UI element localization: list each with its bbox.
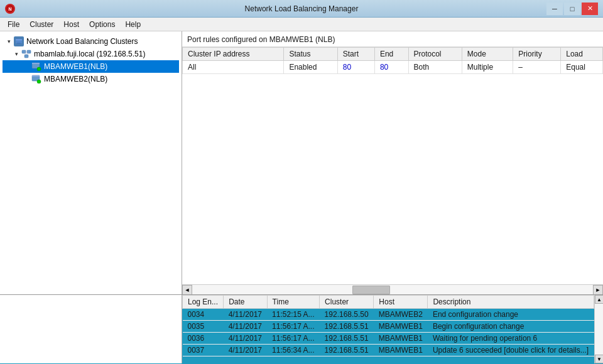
svg-rect-4 [16,40,22,40]
log-row[interactable]: 00344/11/201711:52:15 A...192.168.5.50MB… [183,309,594,321]
log-row[interactable]: 00364/11/201711:56:17 A...192.168.5.51MB… [183,333,594,345]
log-col-date: Date [224,296,267,309]
root-label: Network Load Balancing Clusters [26,37,138,46]
svg-point-15 [37,80,41,83]
tree-item-server2[interactable]: MBAMWEB2(NLB) [3,73,179,85]
cluster-label: mbamlab.fuji.local (192.168.5.51) [34,50,145,58]
title-bar-left: N [5,4,15,14]
h-scroll-track[interactable] [192,285,593,295]
h-scroll-right-btn[interactable]: ► [593,285,603,295]
col-priority: Priority [513,48,561,61]
table-cell: Both [408,61,462,74]
expand-icon-server2 [23,75,30,83]
expand-icon-cluster: ▾ [13,50,20,58]
server2-label: MBAMWEB2(NLB) [44,75,107,83]
table-cell: All [183,61,284,74]
log-cell: End configuration change [428,309,594,321]
log-cell: 11:56:34 A... [267,345,320,356]
svg-rect-6 [27,50,31,53]
content-area: ▾ Network Load Balancing Clusters [0,31,603,294]
bottom-right: Log En... Date Time Cluster Host Descrip… [182,295,603,363]
left-panel: ▾ Network Load Balancing Clusters [0,31,182,294]
h-scrollbar[interactable]: ◄ ► [182,284,603,294]
svg-rect-11 [32,63,40,64]
log-cell: MBAMWEB1 [374,345,428,356]
h-scroll-thumb[interactable] [352,286,390,294]
right-header-text: Port rules configured on MBAMWEB1 (NLB) [187,35,335,44]
menu-file[interactable]: File [3,19,24,30]
bottom-left [0,295,182,363]
vscroll-up-btn[interactable]: ▲ [595,295,603,304]
col-load: Load [561,48,603,61]
log-cell: 4/11/2017 [224,321,267,333]
server1-label: MBAMWEB1(NLB) [44,62,107,71]
right-header: Port rules configured on MBAMWEB1 (NLB) [182,31,603,47]
log-cell: 192.168.5.51 [320,345,374,356]
log-cell: 11:56:17 A... [267,333,320,345]
table-cell: Multiple [462,61,513,74]
log-scroll-container[interactable]: Log En... Date Time Cluster Host Descrip… [182,295,594,363]
log-cell: 192.168.5.50 [320,309,374,321]
table-cell: – [513,61,561,74]
root-icon [14,36,24,46]
col-cluster-ip: Cluster IP address [183,48,284,61]
menu-cluster[interactable]: Cluster [24,19,58,30]
vscroll-down-btn[interactable]: ▼ [595,355,603,363]
maximize-button[interactable]: □ [564,3,580,15]
expand-icon-root: ▾ [5,38,13,45]
tree-item-cluster[interactable]: ▾ mbamlab.fuji.local (192.168.5.51) [3,48,179,60]
log-vscroll[interactable]: ▲ ▼ [594,295,603,363]
log-row[interactable]: 00374/11/201711:56:34 A...192.168.5.51MB… [183,345,594,356]
log-cell: Waiting for pending operation 6 [428,333,594,345]
col-end: End [374,48,408,61]
log-col-cluster: Cluster [320,296,374,309]
log-cell: 11:56:17 A... [267,321,320,333]
log-cell: 4/11/2017 [224,333,267,345]
menu-bar: File Cluster Host Options Help [0,18,603,31]
log-table: Log En... Date Time Cluster Host Descrip… [182,295,594,356]
log-cell: 4/11/2017 [224,345,267,356]
table-cell: Enabled [284,61,337,74]
h-scroll-left-btn[interactable]: ◄ [182,285,192,295]
log-cell: 0034 [183,309,224,321]
tree-item-root[interactable]: ▾ Network Load Balancing Clusters [3,35,179,48]
log-cell: MBAMWEB1 [374,333,428,345]
svg-rect-5 [22,50,26,53]
menu-host[interactable]: Host [58,19,84,30]
server2-icon [31,74,41,84]
main-container: ▾ Network Load Balancing Clusters [0,31,603,363]
svg-rect-3 [17,43,21,44]
svg-rect-14 [32,75,40,77]
svg-text:N: N [8,7,11,11]
log-cell: Update 6 succeeded [double click for det… [428,345,594,356]
window-controls: ─ □ ✕ [546,3,598,15]
tree-item-server1[interactable]: MBAMWEB1(NLB) [3,60,179,73]
col-mode: Mode [462,48,513,61]
menu-help[interactable]: Help [120,19,146,30]
svg-point-12 [37,67,41,71]
log-cell: 192.168.5.51 [320,333,374,345]
expand-icon-server1 [23,63,30,70]
col-protocol: Protocol [408,48,462,61]
table-container[interactable]: Cluster IP address Status Start End Prot… [182,47,603,284]
cluster-icon [21,49,31,59]
table-row[interactable]: AllEnabled8080BothMultiple–Equal [183,61,603,74]
log-cell: 192.168.5.51 [320,321,374,333]
close-button[interactable]: ✕ [582,3,598,15]
svg-rect-7 [24,55,28,58]
log-cell: MBAMWEB2 [374,309,428,321]
log-cell: 0036 [183,333,224,345]
minimize-button[interactable]: ─ [546,3,563,15]
table-cell: 80 [374,61,408,74]
vscroll-track [595,304,603,355]
app-icon: N [5,4,15,14]
log-cell: Begin configuration change [428,321,594,333]
col-status: Status [284,48,337,61]
rules-table: Cluster IP address Status Start End Prot… [182,47,603,74]
log-cell: 0035 [183,321,224,333]
menu-options[interactable]: Options [84,19,120,30]
table-cell: Equal [561,61,603,74]
window-title: Network Load Balancing Manager [245,4,359,13]
table-cell: 80 [337,61,374,74]
log-row[interactable]: 00354/11/201711:56:17 A...192.168.5.51MB… [183,321,594,333]
